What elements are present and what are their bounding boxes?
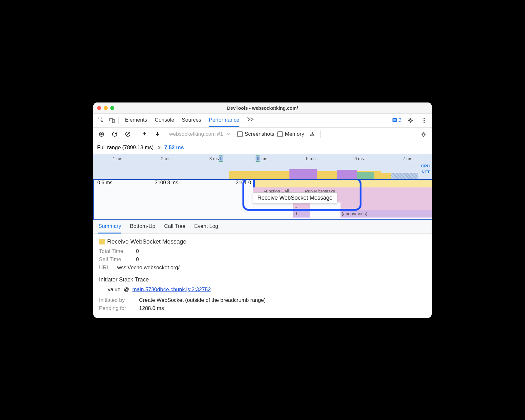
- flame-tick: 3100.8 ms: [155, 180, 178, 186]
- timeline-overview[interactable]: 1 ms 2 ms 3 ms 4 ms 5 ms 6 ms 7 ms || ||…: [93, 154, 432, 179]
- flame-bar-anonymous[interactable]: (anonymous): [340, 210, 432, 218]
- profile-dropdown[interactable]: websocketking.com #1: [169, 131, 231, 137]
- titlebar: DevTools - websocketking.com/: [93, 102, 432, 114]
- svg-point-9: [424, 122, 425, 123]
- overview-handle-left[interactable]: ||: [219, 155, 223, 162]
- stack-trace-title: Initiator Stack Trace: [99, 276, 426, 283]
- detail-tabs: Summary Bottom-Up Call Tree Event Log: [93, 220, 432, 234]
- dtab-event-log[interactable]: Event Log: [194, 220, 218, 234]
- flame-tick: 0.6 ms: [97, 180, 112, 186]
- clear-icon[interactable]: [123, 129, 133, 139]
- reload-icon[interactable]: [110, 129, 120, 139]
- memory-checkbox[interactable]: Memory: [277, 131, 304, 137]
- pending-for-value: 1288.0 ms: [139, 305, 164, 312]
- tab-performance[interactable]: Performance: [209, 114, 239, 127]
- svg-point-11: [101, 133, 103, 135]
- tab-overflow-icon[interactable]: [247, 114, 254, 127]
- event-name-row: Receive WebSocket Message: [99, 238, 426, 245]
- dtab-call-tree[interactable]: Call Tree: [164, 220, 185, 234]
- initiated-by-label: Initiated by: [99, 297, 133, 303]
- divider: [234, 130, 234, 138]
- selected-range: 7.52 ms: [164, 144, 184, 151]
- event-swatch: [99, 239, 105, 244]
- flame-bar-event[interactable]: [253, 180, 432, 187]
- gc-broom-icon[interactable]: [307, 129, 317, 139]
- overview-cpu-area: [93, 166, 432, 179]
- overview-handle-right[interactable]: ||: [256, 155, 260, 162]
- main-tabs: Elements Console Sources Performance: [125, 114, 254, 127]
- window-title: DevTools - websocketking.com/: [93, 105, 432, 111]
- divider: [166, 130, 166, 138]
- svg-point-6: [409, 119, 411, 121]
- full-range-label: Full range (7899.18 ms): [97, 144, 154, 151]
- total-time-label: Total Time: [99, 248, 130, 255]
- initiated-by-value: Create WebSocket (outside of the breadcr…: [139, 297, 266, 303]
- svg-rect-5: [393, 120, 396, 121]
- perf-toolbar: websocketking.com #1 Screenshots Memory: [93, 128, 432, 141]
- selected-event-marker: [253, 180, 255, 187]
- device-toggle-icon[interactable]: [107, 115, 117, 125]
- flame-chart[interactable]: 0.6 ms 3100.8 ms 3101.0 ms 3101.2 ms 310…: [93, 179, 432, 220]
- tab-sources[interactable]: Sources: [182, 114, 201, 127]
- tab-elements[interactable]: Elements: [125, 114, 147, 127]
- svg-point-14: [423, 133, 424, 135]
- tabbar-right: 3: [392, 115, 429, 125]
- event-name: Receive WebSocket Message: [107, 238, 186, 245]
- flame-bar-d[interactable]: d…: [293, 210, 310, 218]
- kebab-menu-icon[interactable]: [419, 115, 429, 125]
- settings-gear-icon[interactable]: [405, 115, 415, 125]
- breadcrumb[interactable]: Full range (7899.18 ms) 7.52 ms: [93, 141, 432, 154]
- download-icon[interactable]: [153, 129, 163, 139]
- summary-panel: Receive WebSocket Message Total Time0 Se…: [93, 234, 432, 318]
- overview-ticks: 1 ms 2 ms 3 ms 4 ms 5 ms 6 ms 7 ms: [93, 156, 432, 161]
- main-tab-bar: Elements Console Sources Performance 3: [93, 114, 432, 128]
- divider: [118, 117, 119, 124]
- flame-tooltip: Receive WebSocket Message: [253, 192, 337, 203]
- url-label: URL: [99, 265, 112, 271]
- capture-settings-gear-icon[interactable]: [418, 129, 429, 139]
- issues-badge[interactable]: 3: [392, 118, 402, 123]
- dtab-bottom-up[interactable]: Bottom-Up: [130, 220, 155, 234]
- tab-console[interactable]: Console: [155, 114, 174, 127]
- divider: [320, 130, 321, 138]
- svg-rect-4: [393, 119, 396, 120]
- upload-icon[interactable]: [139, 129, 149, 139]
- devtools-window: DevTools - websocketking.com/ Elements C…: [93, 102, 432, 318]
- svg-line-13: [126, 133, 129, 136]
- self-time-label: Self Time: [99, 256, 130, 263]
- screenshots-checkbox[interactable]: Screenshots: [237, 131, 274, 137]
- inspect-element-icon[interactable]: [96, 115, 106, 125]
- stack-trace-line: value @ main.5780db4e.chunk.js:2:32752: [108, 286, 426, 293]
- self-time-value: 0: [136, 256, 139, 263]
- flame-bar-trunc[interactable]: …: [293, 202, 310, 210]
- stack-trace-link[interactable]: main.5780db4e.chunk.js:2:32752: [132, 286, 211, 292]
- url-value: wss://echo.websocket.org/: [117, 265, 179, 271]
- overview-side-labels: CPU NET: [421, 164, 430, 174]
- total-time-value: 0: [136, 248, 139, 255]
- profile-name: websocketking.com #1: [169, 131, 223, 137]
- chevron-right-icon: [158, 145, 161, 150]
- pending-for-label: Pending for: [99, 305, 133, 312]
- issues-count: 3: [399, 118, 402, 123]
- svg-point-8: [424, 120, 425, 121]
- divider: [136, 130, 136, 138]
- flame-bar-row3[interactable]: [340, 202, 432, 210]
- record-icon[interactable]: [96, 129, 107, 139]
- dtab-summary[interactable]: Summary: [98, 220, 121, 234]
- svg-point-7: [424, 118, 425, 119]
- chevron-down-icon: [226, 132, 231, 136]
